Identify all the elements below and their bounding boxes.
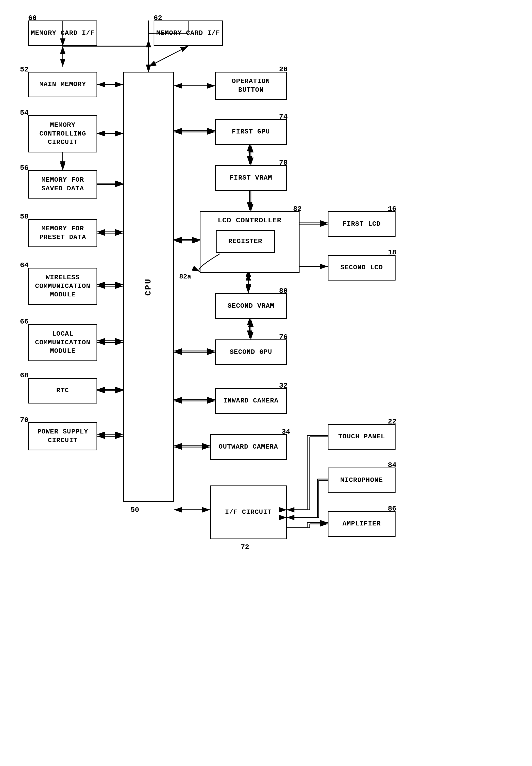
diagram: MEMORY CARD I/F 60 MEMORY CARD I/F 62 MA… (0, 0, 532, 766)
operation-button-block: OPERATION BUTTON (215, 72, 287, 100)
outward-camera-block: OUTWARD CAMERA (210, 434, 287, 460)
if-circuit-block: I/F CIRCUIT (210, 486, 287, 539)
main-memory-label: MAIN MEMORY (39, 80, 86, 89)
memory-controlling-block: MEMORY CONTROLLING CIRCUIT (28, 115, 97, 152)
microphone-label: MICROPHONE (340, 476, 383, 485)
ref-22: 22 (388, 418, 397, 426)
ref-82: 82 (293, 205, 302, 213)
rtc-label: RTC (56, 386, 69, 395)
lcd-controller-label: LCD CONTROLLER (200, 216, 299, 225)
amplifier-label: AMPLIFIER (343, 520, 381, 528)
ref-32: 32 (279, 382, 288, 390)
operation-button-label: OPERATION BUTTON (232, 77, 270, 94)
power-supply-block: POWER SUPPLY CIRCUIT (28, 422, 97, 451)
inward-camera-block: INWARD CAMERA (215, 388, 287, 414)
memory-card-62-label: MEMORY CARD I/F (156, 29, 220, 38)
ref-84: 84 (388, 461, 397, 469)
second-lcd-label: SECOND LCD (340, 263, 383, 272)
memory-preset-label: MEMORY FOR PRESET DATA (39, 224, 86, 242)
second-gpu-label: SECOND GPU (230, 348, 272, 356)
ref-34: 34 (282, 428, 290, 436)
ref-72: 72 (241, 543, 249, 551)
wireless-comm-block: WIRELESS COMMUNICATION MODULE (28, 268, 97, 305)
second-gpu-block: SECOND GPU (215, 339, 287, 365)
ref-68: 68 (20, 371, 29, 379)
ref-78: 78 (279, 159, 288, 167)
cpu-label: CPU (143, 278, 154, 296)
ref-62: 62 (154, 14, 162, 22)
local-comm-label: LOCAL COMMUNICATION MODULE (35, 330, 90, 355)
ref-50: 50 (131, 506, 139, 514)
memory-card-60-block: MEMORY CARD I/F (28, 20, 97, 46)
ref-20: 20 (279, 65, 288, 73)
memory-card-60-label: MEMORY CARD I/F (31, 29, 94, 38)
ref-86: 86 (388, 505, 397, 513)
memory-controlling-label: MEMORY CONTROLLING CIRCUIT (39, 121, 86, 147)
first-gpu-block: FIRST GPU (215, 119, 287, 145)
power-supply-label: POWER SUPPLY CIRCUIT (37, 428, 88, 445)
ref-52: 52 (20, 66, 29, 73)
svg-line-3 (148, 46, 188, 67)
amplifier-block: AMPLIFIER (328, 511, 396, 537)
second-lcd-block: SECOND LCD (328, 255, 396, 280)
outward-camera-label: OUTWARD CAMERA (219, 443, 278, 452)
first-lcd-label: FIRST LCD (343, 220, 381, 228)
ref-82a: 82a (179, 273, 191, 280)
ref-74: 74 (279, 113, 288, 121)
register-block: REGISTER (216, 230, 275, 253)
first-lcd-block: FIRST LCD (328, 211, 396, 237)
ref-66: 66 (20, 318, 29, 325)
memory-card-62-block: MEMORY CARD I/F (154, 20, 223, 46)
rtc-block: RTC (28, 378, 97, 404)
first-vram-label: FIRST VRAM (230, 174, 272, 182)
first-vram-block: FIRST VRAM (215, 165, 287, 191)
ref-60: 60 (28, 14, 37, 22)
local-comm-block: LOCAL COMMUNICATION MODULE (28, 324, 97, 361)
second-vram-label: SECOND VRAM (228, 302, 274, 310)
ref-64: 64 (20, 261, 29, 269)
svg-marker-40 (147, 44, 150, 46)
main-memory-block: MAIN MEMORY (28, 72, 97, 97)
ref-16: 16 (388, 205, 397, 213)
memory-preset-block: MEMORY FOR PRESET DATA (28, 219, 97, 247)
first-gpu-label: FIRST GPU (232, 128, 270, 136)
ref-54: 54 (20, 109, 29, 117)
ref-58: 58 (20, 213, 29, 220)
ref-80: 80 (279, 287, 288, 295)
memory-saved-block: MEMORY FOR SAVED DATA (28, 170, 97, 198)
touch-panel-block: TOUCH PANEL (328, 424, 396, 450)
lcd-controller-block: LCD CONTROLLER REGISTER (200, 211, 300, 273)
cpu-block: CPU (123, 72, 174, 502)
microphone-block: MICROPHONE (328, 468, 396, 493)
inward-camera-label: INWARD CAMERA (223, 397, 279, 405)
ref-18: 18 (388, 248, 397, 256)
ref-76: 76 (279, 333, 288, 341)
ref-56: 56 (20, 164, 29, 172)
if-circuit-label: I/F CIRCUIT (225, 508, 272, 517)
second-vram-block: SECOND VRAM (215, 293, 287, 319)
svg-marker-39 (147, 69, 150, 72)
wireless-comm-label: WIRELESS COMMUNICATION MODULE (35, 273, 90, 299)
memory-saved-label: MEMORY FOR SAVED DATA (41, 176, 84, 193)
touch-panel-label: TOUCH PANEL (338, 433, 385, 441)
ref-70: 70 (20, 416, 29, 424)
register-label: REGISTER (228, 237, 262, 246)
